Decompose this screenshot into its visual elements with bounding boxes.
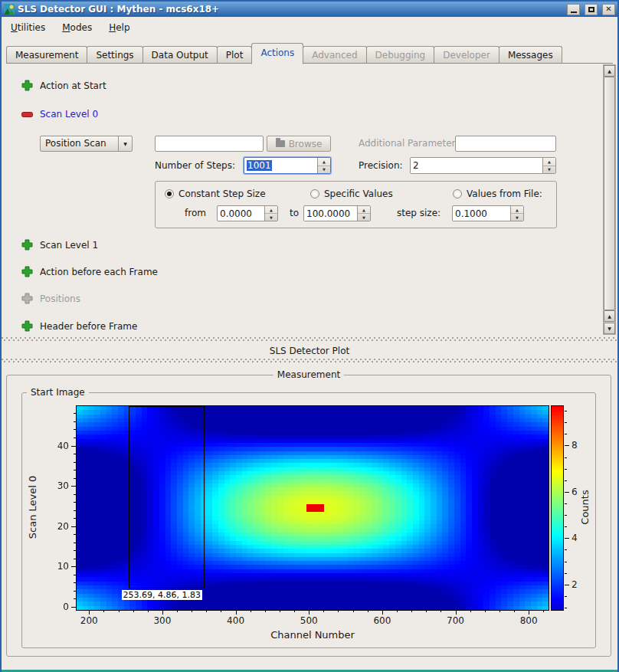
add-icon[interactable] <box>21 80 33 91</box>
browse-button[interactable]: Browse <box>267 136 331 152</box>
tab-data-output[interactable]: Data Output <box>142 46 218 64</box>
colorbar-minor-tick <box>565 411 567 411</box>
spin-up-icon[interactable]: ▲ <box>318 158 330 166</box>
menu-help[interactable]: Help <box>107 21 131 34</box>
x-tick-label: 300 <box>153 615 171 626</box>
y-axis-title: Scan Level 0 <box>27 476 38 539</box>
x-minor-tick <box>119 610 120 612</box>
to-spinbox[interactable]: 100.0000 ▲ ▼ <box>303 205 371 221</box>
colorbar-minor-tick <box>565 515 567 516</box>
spin-down-icon[interactable]: ▼ <box>511 214 523 221</box>
spin-up-icon[interactable]: ▲ <box>358 206 370 214</box>
from-spinbox[interactable]: 0.0000 ▲ ▼ <box>217 205 278 221</box>
x-minor-tick <box>514 610 515 612</box>
close-icon: ✕ <box>605 5 611 13</box>
tab-actions[interactable]: Actions <box>251 43 303 64</box>
zoom-selection-rect <box>129 406 205 588</box>
radio-dot-icon <box>453 189 462 198</box>
close-button[interactable]: ✕ <box>602 4 615 15</box>
scroll-up-button[interactable]: ▲ <box>604 310 615 322</box>
tab-debugging: Debugging <box>366 46 435 64</box>
step-size-label: step size: <box>397 208 441 219</box>
y-minor-tick <box>74 559 76 559</box>
scrollbar-thumb[interactable] <box>604 77 615 310</box>
scan-script-input[interactable] <box>155 136 264 152</box>
number-of-steps-spinbox[interactable]: 1001 ▲ ▼ <box>244 157 331 174</box>
scroll-up-button[interactable]: ▲ <box>604 65 615 77</box>
y-major-tick <box>71 486 76 487</box>
tree-item-action-at-start[interactable]: Action at Start <box>40 80 106 92</box>
splitter-handle[interactable] <box>2 359 617 362</box>
minimize-button[interactable] <box>567 4 580 15</box>
colorbar-tick-label: 6 <box>572 487 578 497</box>
x-minor-tick <box>221 610 221 612</box>
spin-up-icon[interactable]: ▲ <box>543 158 555 166</box>
measurement-group-title: Measurement <box>273 369 344 381</box>
title-bar[interactable]: SLS Detector GUI : Mythen - mcs6x18+ ✕ <box>2 2 617 17</box>
x-tick-label: 200 <box>80 615 98 626</box>
app-icon <box>4 4 15 15</box>
colorbar-minor-tick <box>565 549 567 550</box>
tab-bar: MeasurementSettingsData OutputPlotAction… <box>6 43 613 64</box>
tab-messages[interactable]: Messages <box>499 46 562 64</box>
radio-specific-values[interactable]: Specific Values <box>310 188 393 199</box>
x-major-tick <box>529 610 529 615</box>
y-minor-tick <box>74 421 76 422</box>
y-major-tick <box>71 566 76 567</box>
chevron-down-icon[interactable]: ▼ <box>118 136 132 151</box>
additional-parameter-input[interactable] <box>455 136 556 152</box>
radio-constant-step-size[interactable]: Constant Step Size <box>165 188 266 199</box>
x-axis: 200300400500600700800 <box>77 610 550 634</box>
y-tick-label: 0 <box>63 602 69 612</box>
colorbar-minor-tick <box>565 480 567 481</box>
actions-panel: Action at Start Scan Level 0 Position Sc… <box>2 64 617 335</box>
x-tick-label: 800 <box>520 615 538 626</box>
y-minor-tick <box>74 534 76 535</box>
step-size-spinbox[interactable]: 0.1000 ▲ ▼ <box>452 205 524 221</box>
application-window: SLS Detector GUI : Mythen - mcs6x18+ ✕ U… <box>0 0 619 672</box>
tab-measurement[interactable]: Measurement <box>6 46 87 64</box>
tree-item-action-before-each-frame[interactable]: Action before each Frame <box>40 267 158 278</box>
y-tick-label: 20 <box>57 521 69 532</box>
plot-tooltip: 253.69, 4.86, 1.83 <box>122 590 202 600</box>
plot-canvas-area[interactable]: 253.69, 4.86, 1.83 <box>76 405 549 611</box>
add-icon[interactable] <box>21 320 33 332</box>
spin-down-icon[interactable]: ▼ <box>318 166 330 174</box>
tree-item-header-before-frame[interactable]: Header before Frame <box>40 321 137 333</box>
x-minor-tick <box>280 610 280 612</box>
precision-spinbox[interactable]: 2 ▲ ▼ <box>410 157 556 174</box>
spin-down-icon[interactable]: ▼ <box>543 166 555 174</box>
spin-down-icon[interactable]: ▼ <box>265 214 277 221</box>
spin-up-icon[interactable]: ▲ <box>265 206 277 214</box>
spin-down-icon[interactable]: ▼ <box>358 214 370 221</box>
add-icon[interactable] <box>21 266 33 277</box>
y-major-tick <box>71 607 76 608</box>
tree-item-scan-level-0[interactable]: Scan Level 0 <box>40 109 98 120</box>
remove-icon[interactable] <box>21 112 33 117</box>
menu-modes[interactable]: Modes <box>61 21 93 34</box>
step-options-groupbox: Constant Step Size Specific Values Value… <box>155 181 557 228</box>
scan-mode-combobox[interactable]: Position Scan ▼ <box>40 136 133 152</box>
splitter-handle[interactable] <box>2 337 617 341</box>
menu-utilities[interactable]: Utilities <box>9 21 47 34</box>
x-major-tick <box>382 610 383 615</box>
y-tick-label: 10 <box>57 561 69 572</box>
tab-plot[interactable]: Plot <box>217 46 253 64</box>
colorbar <box>551 405 564 611</box>
y-minor-tick <box>74 575 76 575</box>
dock-splitter[interactable]: SLS Detector Plot <box>2 335 617 365</box>
precision-label: Precision: <box>359 160 403 172</box>
y-minor-tick <box>74 413 76 414</box>
radio-file-label: Values from File: <box>467 188 542 199</box>
x-minor-tick <box>441 610 441 612</box>
scroll-down-button[interactable]: ▼ <box>604 323 615 334</box>
y-minor-tick <box>74 454 76 454</box>
tab-settings[interactable]: Settings <box>87 46 142 64</box>
maximize-button[interactable] <box>585 4 598 15</box>
spin-up-icon[interactable]: ▲ <box>511 206 523 214</box>
vertical-scrollbar[interactable]: ▲ ▲ ▼ <box>603 64 616 335</box>
tree-item-scan-level-1[interactable]: Scan Level 1 <box>40 240 98 251</box>
radio-values-from-file[interactable]: Values from File: <box>453 188 542 199</box>
x-minor-tick <box>368 610 368 612</box>
add-icon[interactable] <box>21 239 33 251</box>
